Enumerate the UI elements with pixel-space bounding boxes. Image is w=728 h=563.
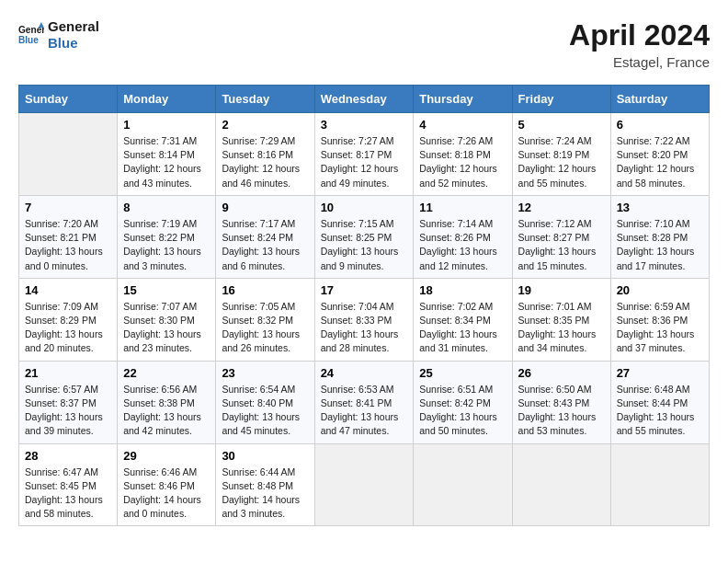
- day-number: 1: [123, 118, 210, 132]
- day-number: 12: [518, 201, 605, 214]
- day-info: Sunrise: 7:05 AMSunset: 8:32 PMDaylight:…: [222, 300, 308, 356]
- day-cell: 1Sunrise: 7:31 AMSunset: 8:14 PMDaylight…: [118, 113, 216, 196]
- day-cell: 4Sunrise: 7:26 AMSunset: 8:18 PMDaylight…: [414, 113, 512, 196]
- day-number: 23: [222, 366, 308, 380]
- day-info: Sunrise: 6:59 AMSunset: 8:36 PMDaylight:…: [617, 300, 703, 356]
- day-cell: 11Sunrise: 7:14 AMSunset: 8:26 PMDayligh…: [414, 195, 512, 278]
- col-header-saturday: Saturday: [610, 86, 709, 113]
- day-number: 5: [518, 118, 605, 132]
- day-cell: 17Sunrise: 7:04 AMSunset: 8:33 PMDayligh…: [314, 278, 414, 361]
- day-number: 27: [617, 366, 703, 380]
- title-block: April 2024 Estagel, France: [569, 18, 710, 70]
- day-number: 11: [419, 201, 506, 214]
- main-title: April 2024: [569, 18, 710, 52]
- day-info: Sunrise: 6:56 AMSunset: 8:38 PMDaylight:…: [123, 383, 210, 439]
- col-header-friday: Friday: [512, 86, 610, 113]
- day-cell: 8Sunrise: 7:19 AMSunset: 8:22 PMDaylight…: [118, 195, 216, 278]
- day-number: 19: [518, 283, 605, 297]
- day-cell: 6Sunrise: 7:22 AMSunset: 8:20 PMDaylight…: [610, 113, 709, 196]
- week-row-2: 7Sunrise: 7:20 AMSunset: 8:21 PMDaylight…: [19, 195, 710, 278]
- page-header: General Blue General Blue April 2024 Est…: [18, 18, 710, 70]
- svg-text:Blue: Blue: [18, 35, 39, 45]
- day-cell: 21Sunrise: 6:57 AMSunset: 8:37 PMDayligh…: [19, 361, 118, 443]
- col-header-wednesday: Wednesday: [314, 86, 414, 113]
- day-number: 28: [25, 449, 111, 463]
- day-info: Sunrise: 7:29 AMSunset: 8:16 PMDaylight:…: [222, 134, 308, 190]
- day-number: 25: [419, 366, 506, 380]
- day-cell: 18Sunrise: 7:02 AMSunset: 8:34 PMDayligh…: [414, 278, 512, 361]
- day-cell: 15Sunrise: 7:07 AMSunset: 8:30 PMDayligh…: [118, 278, 216, 361]
- day-info: Sunrise: 7:07 AMSunset: 8:30 PMDaylight:…: [123, 300, 210, 356]
- day-info: Sunrise: 6:44 AMSunset: 8:48 PMDaylight:…: [222, 465, 308, 522]
- day-info: Sunrise: 7:17 AMSunset: 8:24 PMDaylight:…: [222, 217, 308, 273]
- day-info: Sunrise: 7:09 AMSunset: 8:29 PMDaylight:…: [25, 300, 111, 356]
- day-info: Sunrise: 7:10 AMSunset: 8:28 PMDaylight:…: [617, 217, 703, 273]
- day-cell: 3Sunrise: 7:27 AMSunset: 8:17 PMDaylight…: [314, 113, 414, 196]
- day-cell: 13Sunrise: 7:10 AMSunset: 8:28 PMDayligh…: [610, 195, 709, 278]
- day-cell: 14Sunrise: 7:09 AMSunset: 8:29 PMDayligh…: [19, 278, 118, 361]
- day-cell: 26Sunrise: 6:50 AMSunset: 8:43 PMDayligh…: [512, 361, 610, 443]
- day-info: Sunrise: 6:47 AMSunset: 8:45 PMDaylight:…: [25, 465, 111, 522]
- day-cell: 5Sunrise: 7:24 AMSunset: 8:19 PMDaylight…: [512, 113, 610, 196]
- day-cell: 25Sunrise: 6:51 AMSunset: 8:42 PMDayligh…: [414, 361, 512, 443]
- day-info: Sunrise: 7:19 AMSunset: 8:22 PMDaylight:…: [123, 217, 210, 273]
- logo: General Blue General Blue: [18, 18, 99, 52]
- day-info: Sunrise: 6:48 AMSunset: 8:44 PMDaylight:…: [617, 383, 703, 439]
- col-header-sunday: Sunday: [19, 86, 118, 113]
- subtitle: Estagel, France: [569, 54, 710, 70]
- day-info: Sunrise: 6:50 AMSunset: 8:43 PMDaylight:…: [518, 383, 605, 439]
- logo-icon: General Blue: [18, 22, 44, 48]
- day-info: Sunrise: 7:31 AMSunset: 8:14 PMDaylight:…: [123, 134, 210, 190]
- logo-text: General Blue: [48, 18, 99, 52]
- day-number: 10: [321, 201, 408, 214]
- day-number: 20: [617, 283, 703, 297]
- day-info: Sunrise: 7:14 AMSunset: 8:26 PMDaylight:…: [419, 217, 506, 273]
- day-cell: 23Sunrise: 6:54 AMSunset: 8:40 PMDayligh…: [216, 361, 314, 443]
- day-info: Sunrise: 6:51 AMSunset: 8:42 PMDaylight:…: [419, 383, 506, 439]
- day-cell: 24Sunrise: 6:53 AMSunset: 8:41 PMDayligh…: [314, 361, 414, 443]
- day-info: Sunrise: 7:26 AMSunset: 8:18 PMDaylight:…: [419, 134, 506, 190]
- day-cell: [414, 443, 512, 526]
- col-header-monday: Monday: [118, 86, 216, 113]
- day-info: Sunrise: 7:22 AMSunset: 8:20 PMDaylight:…: [617, 134, 703, 190]
- day-number: 14: [25, 283, 111, 297]
- day-info: Sunrise: 6:57 AMSunset: 8:37 PMDaylight:…: [25, 383, 111, 439]
- day-number: 2: [222, 118, 308, 132]
- day-number: 22: [123, 366, 210, 380]
- day-cell: 28Sunrise: 6:47 AMSunset: 8:45 PMDayligh…: [19, 443, 118, 526]
- day-cell: 16Sunrise: 7:05 AMSunset: 8:32 PMDayligh…: [216, 278, 314, 361]
- day-number: 26: [518, 366, 605, 380]
- day-info: Sunrise: 6:53 AMSunset: 8:41 PMDaylight:…: [321, 383, 408, 439]
- header-row: SundayMondayTuesdayWednesdayThursdayFrid…: [19, 86, 710, 113]
- week-row-4: 21Sunrise: 6:57 AMSunset: 8:37 PMDayligh…: [19, 361, 710, 443]
- day-number: 9: [222, 201, 308, 214]
- day-cell: 7Sunrise: 7:20 AMSunset: 8:21 PMDaylight…: [19, 195, 118, 278]
- week-row-1: 1Sunrise: 7:31 AMSunset: 8:14 PMDaylight…: [19, 113, 710, 196]
- day-cell: [610, 443, 709, 526]
- day-cell: 29Sunrise: 6:46 AMSunset: 8:46 PMDayligh…: [118, 443, 216, 526]
- day-number: 6: [617, 118, 703, 132]
- day-number: 3: [321, 118, 408, 132]
- week-row-3: 14Sunrise: 7:09 AMSunset: 8:29 PMDayligh…: [19, 278, 710, 361]
- day-cell: 22Sunrise: 6:56 AMSunset: 8:38 PMDayligh…: [118, 361, 216, 443]
- day-info: Sunrise: 7:02 AMSunset: 8:34 PMDaylight:…: [419, 300, 506, 356]
- day-info: Sunrise: 6:54 AMSunset: 8:40 PMDaylight:…: [222, 383, 308, 439]
- day-number: 18: [419, 283, 506, 297]
- day-info: Sunrise: 7:12 AMSunset: 8:27 PMDaylight:…: [518, 217, 605, 273]
- day-number: 16: [222, 283, 308, 297]
- day-cell: 9Sunrise: 7:17 AMSunset: 8:24 PMDaylight…: [216, 195, 314, 278]
- day-info: Sunrise: 7:01 AMSunset: 8:35 PMDaylight:…: [518, 300, 605, 356]
- col-header-tuesday: Tuesday: [216, 86, 314, 113]
- day-number: 29: [123, 449, 210, 463]
- day-number: 8: [123, 201, 210, 214]
- day-number: 4: [419, 118, 506, 132]
- calendar-table: SundayMondayTuesdayWednesdayThursdayFrid…: [18, 85, 710, 526]
- day-cell: [314, 443, 414, 526]
- day-cell: 27Sunrise: 6:48 AMSunset: 8:44 PMDayligh…: [610, 361, 709, 443]
- day-number: 24: [321, 366, 408, 380]
- day-info: Sunrise: 6:46 AMSunset: 8:46 PMDaylight:…: [123, 465, 210, 522]
- day-info: Sunrise: 7:15 AMSunset: 8:25 PMDaylight:…: [321, 217, 408, 273]
- col-header-thursday: Thursday: [414, 86, 512, 113]
- day-info: Sunrise: 7:24 AMSunset: 8:19 PMDaylight:…: [518, 134, 605, 190]
- week-row-5: 28Sunrise: 6:47 AMSunset: 8:45 PMDayligh…: [19, 443, 710, 526]
